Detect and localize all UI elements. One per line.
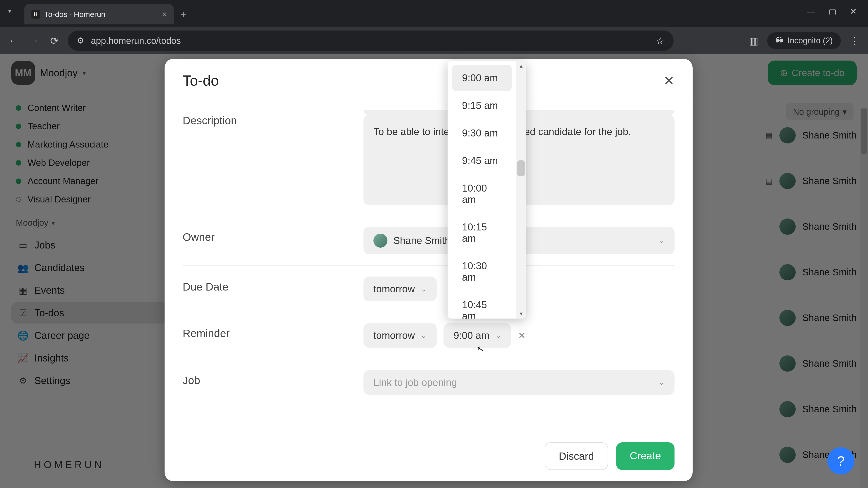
- clear-reminder-icon[interactable]: ✕: [518, 330, 526, 341]
- reload-button[interactable]: ⟳: [48, 34, 61, 47]
- url-text: app.homerun.co/todos: [91, 36, 649, 46]
- scroll-up-icon[interactable]: ▴: [516, 62, 526, 69]
- owner-label: Owner: [183, 227, 364, 243]
- tab-title: To-dos · Homerun: [44, 10, 158, 19]
- back-button[interactable]: ←: [7, 34, 20, 47]
- scroll-down-icon[interactable]: ▾: [516, 310, 526, 317]
- modal-close-icon[interactable]: ✕: [663, 73, 675, 88]
- modal-body: Description To be able to interview the …: [164, 99, 692, 431]
- browser-toolbar: ← → ⟳ ⚙ app.homerun.co/todos ☆ ▥ 🕶 Incog…: [0, 27, 868, 54]
- job-placeholder: Link to job opening: [373, 377, 457, 388]
- incognito-indicator[interactable]: 🕶 Incognito (2): [767, 32, 841, 49]
- incognito-icon: 🕶: [775, 36, 783, 45]
- scrollbar-thumb[interactable]: [517, 160, 525, 176]
- panel-icon[interactable]: ▥: [747, 34, 761, 47]
- help-icon: ?: [837, 453, 844, 469]
- dropdown-list: 9:00 am 9:15 am 9:30 am 9:45 am 10:00 am…: [447, 61, 516, 319]
- tab-favicon: H: [31, 10, 40, 19]
- tab-close-icon[interactable]: ×: [162, 9, 167, 19]
- chevron-down-icon: ⌄: [495, 331, 501, 340]
- time-dropdown: 9:00 am 9:15 am 9:30 am 9:45 am 10:00 am…: [447, 61, 526, 319]
- chevron-down-icon: ⌄: [658, 378, 664, 387]
- address-bar[interactable]: ⚙ app.homerun.co/todos ☆: [68, 31, 674, 51]
- due-date-value: tomorrow: [373, 283, 415, 295]
- dropdown-option[interactable]: 9:45 am: [452, 147, 512, 174]
- avatar: [373, 234, 388, 248]
- description-label: Description: [183, 110, 364, 127]
- app-content: MM Moodjoy ▾ Content Writer Teacher Mark…: [0, 54, 868, 488]
- minimize-icon[interactable]: —: [807, 7, 815, 16]
- window-controls: — ▢ ✕: [807, 0, 868, 16]
- dropdown-option[interactable]: 9:00 am: [452, 65, 512, 91]
- modal-footer: Discard Create: [164, 431, 692, 481]
- modal-title: To-do: [183, 72, 219, 89]
- due-date-label: Due Date: [183, 276, 364, 293]
- site-info-icon[interactable]: ⚙: [77, 36, 84, 45]
- reminder-label: Reminder: [183, 323, 364, 339]
- due-date-select[interactable]: tomorrow ⌄: [364, 276, 437, 301]
- dropdown-scrollbar[interactable]: ▴ ▾: [516, 61, 526, 319]
- help-chat-button[interactable]: ?: [827, 447, 855, 475]
- new-tab-button[interactable]: +: [180, 9, 186, 20]
- close-window-icon[interactable]: ✕: [850, 7, 857, 16]
- maximize-icon[interactable]: ▢: [829, 7, 836, 16]
- tab-search-dropdown[interactable]: ▾: [4, 4, 16, 18]
- incognito-label: Incognito (2): [787, 36, 833, 45]
- dropdown-option[interactable]: 10:00 am: [452, 175, 512, 213]
- chevron-down-icon: ⌄: [658, 236, 664, 245]
- job-select[interactable]: Link to job opening ⌄: [364, 370, 675, 395]
- chevron-down-icon: ⌄: [421, 331, 427, 340]
- discard-button[interactable]: Discard: [545, 442, 608, 470]
- dropdown-option[interactable]: 10:45 am: [452, 291, 512, 319]
- modal-header: To-do ✕: [164, 59, 692, 99]
- dropdown-option[interactable]: 10:30 am: [452, 253, 512, 291]
- job-label: Job: [183, 370, 364, 387]
- reminder-date-select[interactable]: tomorrow ⌄: [364, 323, 437, 348]
- dropdown-option[interactable]: 9:15 am: [452, 92, 512, 119]
- chevron-down-icon: ⌄: [421, 285, 427, 293]
- forward-button[interactable]: →: [27, 34, 41, 47]
- dropdown-option[interactable]: 9:30 am: [452, 120, 512, 147]
- reminder-time-value: 9:00 am: [454, 330, 489, 341]
- reminder-date-value: tomorrow: [373, 330, 415, 341]
- todo-modal: To-do ✕ Description To be able to interv…: [164, 59, 692, 481]
- reminder-time-select[interactable]: 9:00 am ⌄: [443, 323, 511, 348]
- browser-titlebar: ▾ H To-dos · Homerun × + — ▢ ✕: [0, 0, 868, 27]
- owner-value: Shane Smith: [393, 235, 450, 246]
- browser-tab[interactable]: H To-dos · Homerun ×: [24, 4, 174, 24]
- create-button[interactable]: Create: [616, 442, 675, 470]
- dropdown-option[interactable]: 10:15 am: [452, 214, 512, 252]
- bookmark-star-icon[interactable]: ☆: [656, 35, 664, 46]
- browser-menu-icon[interactable]: ⋮: [848, 34, 861, 47]
